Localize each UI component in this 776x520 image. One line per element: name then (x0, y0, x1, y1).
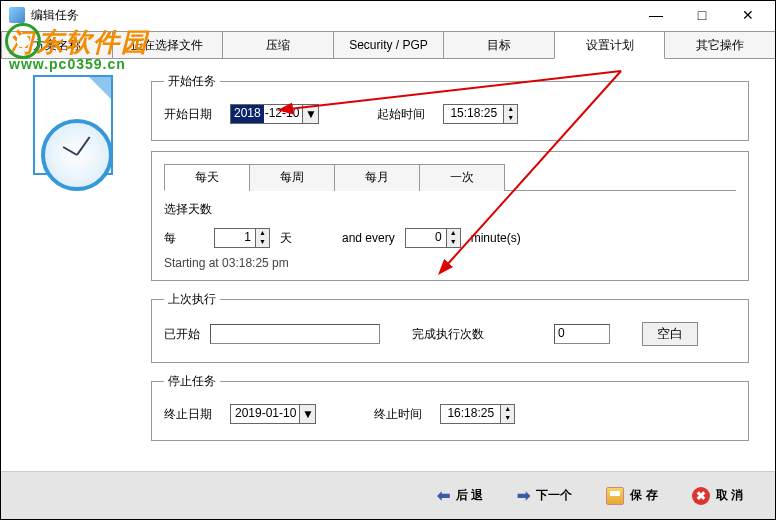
cancel-button[interactable]: ✖ 取 消 (692, 487, 743, 505)
start-date-input[interactable]: 2018-12-10 ▼ (230, 104, 319, 124)
tab-compress[interactable]: 压缩 (222, 31, 334, 58)
close-button[interactable]: ✕ (725, 1, 771, 29)
window-title: 编辑任务 (31, 7, 79, 24)
minimize-button[interactable]: ― (633, 1, 679, 29)
end-time-label: 终止时间 (374, 406, 430, 423)
start-time-label: 起始时间 (377, 106, 433, 123)
freq-tab-once[interactable]: 一次 (419, 164, 505, 191)
select-days-label: 选择天数 (164, 201, 736, 218)
minutes-unit: minute(s) (471, 231, 521, 245)
started-label: 已开始 (164, 326, 200, 343)
freq-tab-daily[interactable]: 每天 (164, 164, 250, 191)
main-tabs: 方案名称 正在选择文件 压缩 Security / PGP 目标 设置计划 其它… (1, 31, 775, 59)
last-run-legend: 上次执行 (164, 291, 220, 308)
start-task-legend: 开始任务 (164, 73, 220, 90)
end-date-input[interactable]: 2019-01-10 ▼ (230, 404, 316, 424)
start-date-label: 开始日期 (164, 106, 220, 123)
maximize-button[interactable]: □ (679, 1, 725, 29)
start-task-group: 开始任务 开始日期 2018-12-10 ▼ 起始时间 15:18:25 ▲▼ (151, 73, 749, 141)
finish-count-value: 0 (554, 324, 610, 344)
frequency-tabs: 每天 每周 每月 一次 (164, 164, 736, 191)
start-time-input[interactable]: 15:18:25 ▲▼ (443, 104, 518, 124)
starting-text: Starting at 03:18:25 pm (164, 256, 736, 270)
freq-tab-weekly[interactable]: 每周 (249, 164, 335, 191)
save-button[interactable]: 保 存 (606, 487, 657, 505)
end-time-input[interactable]: 16:18:25 ▲▼ (440, 404, 515, 424)
days-input[interactable]: 1 ▲▼ (214, 228, 270, 248)
and-every-label: and every (342, 231, 395, 245)
freq-tab-monthly[interactable]: 每月 (334, 164, 420, 191)
last-run-group: 上次执行 已开始 完成执行次数 0 空白 (151, 291, 749, 363)
stop-task-group: 停止任务 终止日期 2019-01-10 ▼ 终止时间 16:18:25 ▲▼ (151, 373, 749, 441)
days-unit: 天 (280, 230, 292, 247)
save-icon (606, 487, 624, 505)
tab-other[interactable]: 其它操作 (664, 31, 776, 58)
next-button[interactable]: ➡ 下一个 (517, 486, 572, 505)
arrow-left-icon: ⬅ (437, 486, 450, 505)
dropdown-icon[interactable]: ▼ (299, 405, 315, 423)
minutes-input[interactable]: 0 ▲▼ (405, 228, 461, 248)
end-date-label: 终止日期 (164, 406, 220, 423)
tab-select-files[interactable]: 正在选择文件 (112, 31, 224, 58)
started-value (210, 324, 380, 344)
tab-target[interactable]: 目标 (443, 31, 555, 58)
tab-scheme-name[interactable]: 方案名称 (1, 31, 113, 58)
every-label: 每 (164, 230, 204, 247)
bottom-bar: ⬅ 后 退 ➡ 下一个 保 存 ✖ 取 消 (1, 471, 775, 519)
clear-button[interactable]: 空白 (642, 322, 698, 346)
frequency-group: 每天 每周 每月 一次 选择天数 每 1 ▲▼ 天 and every 0 ▲▼… (151, 151, 749, 281)
back-button[interactable]: ⬅ 后 退 (437, 486, 483, 505)
arrow-right-icon: ➡ (517, 486, 530, 505)
app-icon (9, 7, 25, 23)
stop-task-legend: 停止任务 (164, 373, 220, 390)
tab-security[interactable]: Security / PGP (333, 31, 445, 58)
finish-count-label: 完成执行次数 (412, 326, 484, 343)
cancel-icon: ✖ (692, 487, 710, 505)
dropdown-icon[interactable]: ▼ (302, 105, 318, 123)
titlebar: 编辑任务 ― □ ✕ (1, 1, 775, 29)
tab-schedule[interactable]: 设置计划 (554, 31, 666, 59)
